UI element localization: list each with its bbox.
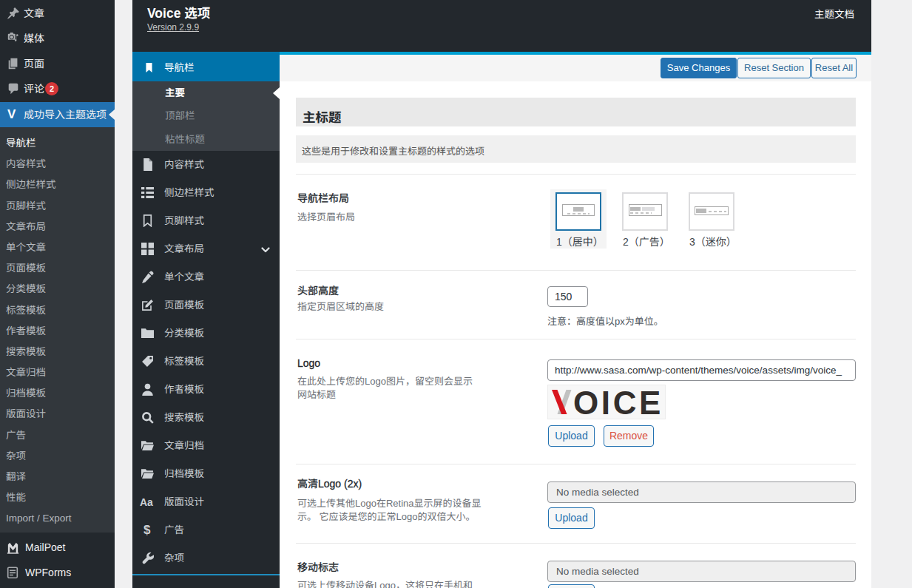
svg-text:OICE: OICE [573, 385, 663, 419]
